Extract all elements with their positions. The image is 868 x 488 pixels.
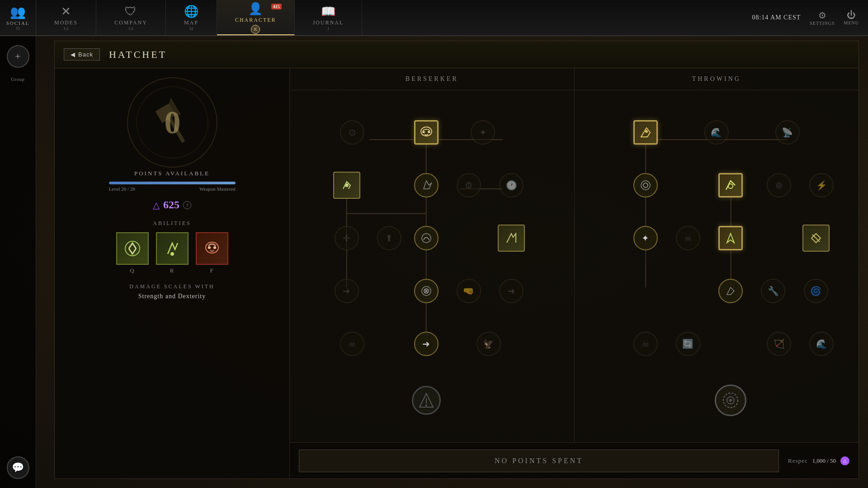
throwing-node-3-3-icon	[722, 230, 739, 246]
group-button[interactable]: +	[7, 45, 29, 68]
throwing-node-5-4[interactable]: 🌊	[809, 332, 834, 356]
throwing-node-5-1[interactable]: ☠	[633, 332, 658, 356]
throwing-node-3-4-icon	[809, 231, 823, 245]
svg-point-36	[728, 184, 733, 188]
berserker-node-4-4[interactable]: ➜	[499, 279, 524, 303]
svg-point-33	[645, 130, 648, 133]
throwing-node-3-4[interactable]	[802, 225, 830, 252]
no-points-button[interactable]: NO POINTS SPENT	[299, 450, 779, 472]
panel-header: ◀ Back HATCHET	[55, 41, 859, 68]
level-label: Level 20 / 20	[109, 186, 135, 192]
berserker-node-5-1[interactable]: ☠	[340, 332, 364, 356]
berserker-node-3-3[interactable]	[414, 226, 439, 250]
respec-label: Respec	[788, 457, 808, 465]
ability-q-symbol	[123, 239, 142, 258]
menu-button[interactable]: ⏻ MENU	[844, 10, 859, 25]
time-display: 08:14 AM CEST	[752, 14, 801, 21]
berserker-node-2-2[interactable]	[414, 173, 439, 197]
throwing-passive-node[interactable]	[715, 385, 746, 416]
nav-item-modes[interactable]: ✕ MODES F4	[36, 0, 96, 35]
berserker-node-3-1[interactable]: ✛	[335, 226, 359, 250]
settings-icon: ⚙	[818, 10, 826, 21]
back-button[interactable]: ◀ Back	[64, 48, 100, 61]
throwing-node-3-1[interactable]: ✦	[633, 226, 658, 250]
ability-icon-f[interactable]	[196, 232, 228, 265]
berserker-node-2-4[interactable]: 🕐	[499, 173, 524, 197]
throwing-node-4-3[interactable]: 🔧	[761, 279, 785, 303]
berserker-header: BERSERKER	[290, 68, 575, 90]
berserker-node-3-4-icon	[504, 231, 519, 245]
svg-point-35	[643, 183, 648, 188]
respec-azoth-icon: △	[840, 456, 849, 465]
ability-icon-q[interactable]	[116, 232, 149, 265]
throwing-node-4-2[interactable]	[718, 279, 743, 303]
throwing-node-1-3[interactable]: 📡	[775, 120, 800, 145]
nav-item-character[interactable]: 415 👤 CHARACTER K	[217, 0, 295, 35]
nav-item-journal[interactable]: 📖 JOURNAL J	[295, 0, 363, 35]
character-icon: 👤	[248, 2, 263, 16]
chat-button[interactable]: 💬	[7, 456, 29, 479]
throwing-node-2-3[interactable]: ⊛	[767, 173, 791, 197]
azoth-help-button[interactable]: ?	[183, 201, 191, 209]
berserker-node-4-2-icon	[420, 285, 433, 297]
berserker-node-2-1-icon	[340, 178, 354, 192]
ability-key-q: Q	[130, 267, 134, 274]
berserker-node-4-3[interactable]: 🤜	[457, 279, 481, 303]
points-available-label: POINTS AVAILABLE	[134, 170, 210, 177]
respec-section: Respec 1,000 / 50 △	[788, 456, 849, 465]
berserker-tree: ⊙ ✦	[290, 90, 575, 442]
throwing-node-3-2[interactable]: ☠	[676, 226, 700, 250]
mastery-label: Weapon Mastered	[199, 186, 235, 192]
ability-icon-r[interactable]	[156, 232, 189, 265]
berserker-node-1-1[interactable]: ⊙	[340, 120, 364, 145]
berserker-node-3-2[interactable]: ⬆	[377, 226, 401, 250]
berserker-node-3-4[interactable]	[498, 225, 525, 252]
svg-point-26	[425, 404, 427, 406]
main-panel: ◀ Back HATCHET	[54, 41, 859, 479]
nav-item-map[interactable]: 🌐 MAP M	[166, 0, 217, 35]
svg-point-19	[428, 131, 430, 133]
character-info-panel: 0 POINTS AVAILABLE Level 20 / 20 Weapon …	[55, 68, 290, 479]
throwing-node-4-4[interactable]: 🌀	[804, 279, 828, 303]
abilities-label: ABILITIES	[64, 220, 280, 227]
berserker-passive-node[interactable]	[412, 386, 441, 415]
back-arrow-icon: ◀	[71, 51, 75, 58]
berserker-node-5-2[interactable]: ➜	[414, 332, 439, 356]
throwing-passive-icon	[721, 391, 740, 410]
settings-button[interactable]: ⚙ SETTINGS	[810, 10, 835, 26]
throwing-node-2-2[interactable]	[718, 173, 743, 197]
nav-item-company[interactable]: 🛡 COMPANY F4	[96, 0, 166, 35]
throwing-node-5-3[interactable]: 🏹	[767, 332, 791, 356]
berserker-node-2-3[interactable]: ⚙	[457, 173, 481, 197]
throwing-node-1-2[interactable]: 🌊	[704, 120, 729, 145]
svg-point-39	[729, 399, 732, 402]
throwing-node-5-2[interactable]: 🔄	[676, 332, 700, 356]
berserker-node-4-2[interactable]	[414, 279, 439, 303]
berserker-node-4-1[interactable]: ➜	[335, 279, 359, 303]
throwing-node-2-1[interactable]	[633, 173, 658, 197]
berserker-node-1-2[interactable]	[414, 120, 439, 145]
left-sidebar: + Group 💬	[0, 36, 36, 488]
modes-icon: ✕	[61, 5, 71, 19]
svg-point-21	[422, 234, 431, 243]
content-area: 0 POINTS AVAILABLE Level 20 / 20 Weapon …	[55, 68, 859, 479]
ability-key-f: F	[210, 267, 213, 274]
ability-slot-r: R	[156, 232, 189, 274]
skill-tree-panel: BERSERKER THROWING	[290, 68, 859, 479]
berserker-node-5-3[interactable]: 🦅	[476, 332, 501, 356]
berserker-node-2-1[interactable]	[333, 172, 360, 199]
ability-slot-q: Q	[116, 232, 149, 274]
svg-point-4	[170, 252, 174, 256]
ability-r-symbol	[162, 239, 182, 258]
svg-point-17	[421, 127, 432, 136]
throwing-node-1-1[interactable]	[633, 120, 658, 145]
berserker-node-1-3[interactable]: ✦	[471, 120, 495, 145]
throwing-tree: 🌊 📡 ⊛	[575, 90, 859, 442]
azoth-section: △ 625 ?	[153, 199, 191, 211]
group-icon: +	[15, 51, 20, 62]
ability-slot-f: F	[196, 232, 228, 274]
sidebar-item-social[interactable]: 👥 SOCIAL O	[0, 0, 36, 35]
chat-icon: 💬	[12, 462, 24, 474]
throwing-node-2-4[interactable]: ⚡	[809, 173, 834, 197]
throwing-node-3-3[interactable]	[718, 226, 743, 250]
